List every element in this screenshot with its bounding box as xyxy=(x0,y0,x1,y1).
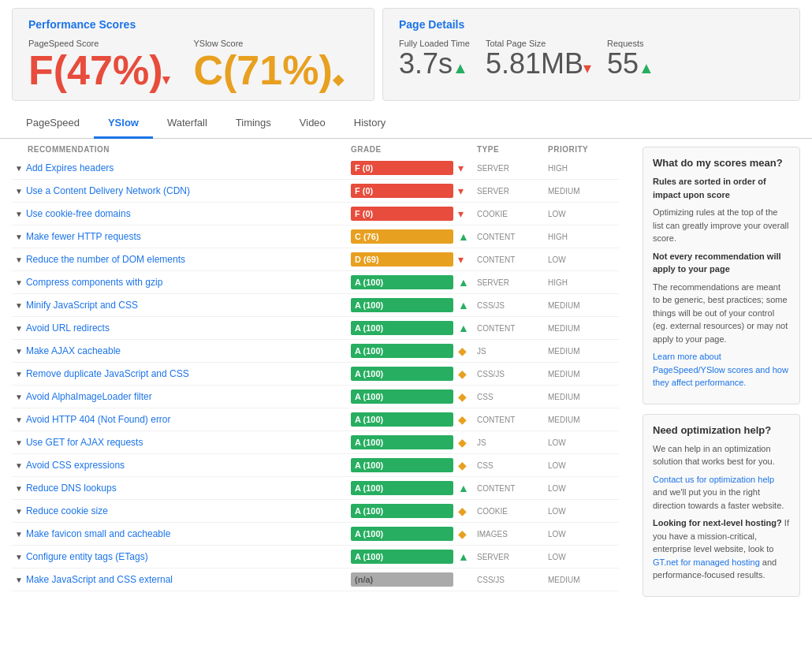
row-chevron[interactable]: ▼ xyxy=(15,301,23,310)
row-chevron[interactable]: ▼ xyxy=(15,576,23,584)
row-chevron[interactable]: ▼ xyxy=(15,461,23,470)
grade-cell: A (100)◆ xyxy=(351,504,477,518)
priority-cell: MEDIUM xyxy=(548,416,619,424)
priority-cell: LOW xyxy=(548,210,619,218)
need-box-bold3: Looking for next-level hosting? xyxy=(653,518,782,527)
rec-link[interactable]: Reduce the number of DOM elements xyxy=(26,254,185,265)
row-chevron[interactable]: ▼ xyxy=(15,484,23,493)
rec-link[interactable]: Minify JavaScript and CSS xyxy=(26,300,138,311)
rec-name-cell: ▼ Compress components with gzip xyxy=(12,277,351,288)
grade-arrow-icon: ◆ xyxy=(458,436,467,449)
rec-link[interactable]: Configure entity tags (ETags) xyxy=(26,551,148,562)
row-chevron[interactable]: ▼ xyxy=(15,553,23,561)
table-row: ▼ Avoid HTTP 404 (Not Found) errorA (100… xyxy=(12,408,619,431)
rec-link[interactable]: Reduce DNS lookups xyxy=(26,483,117,494)
tab-yslow[interactable]: YSlow xyxy=(94,109,153,139)
need-box: Need optimization help? We can help in a… xyxy=(643,414,800,597)
grade-bar: A (100) xyxy=(351,321,453,335)
type-cell: CSS xyxy=(477,461,548,470)
rec-name-cell: ▼ Use GET for AJAX requests xyxy=(12,437,351,448)
row-chevron[interactable]: ▼ xyxy=(15,210,23,218)
row-chevron[interactable]: ▼ xyxy=(15,278,23,287)
grade-bar: A (100) xyxy=(351,458,453,472)
what-box-link-anchor[interactable]: Learn more about PageSpeed/YSlow scores … xyxy=(653,352,788,387)
tab-pagespeed[interactable]: PageSpeed xyxy=(12,109,94,139)
rec-link[interactable]: Avoid CSS expressions xyxy=(26,460,125,471)
rec-link[interactable]: Use a Content Delivery Network (CDN) xyxy=(26,185,190,196)
contact-link[interactable]: Contact us for optimization help xyxy=(653,475,774,484)
page-details-title: Page Details xyxy=(399,18,784,31)
priority-cell: MEDIUM xyxy=(548,393,619,401)
grade-arrow-icon: ▲ xyxy=(458,276,469,289)
tab-video[interactable]: Video xyxy=(285,109,340,139)
row-chevron[interactable]: ▼ xyxy=(15,507,23,516)
row-chevron[interactable]: ▼ xyxy=(15,255,23,264)
grade-arrow-icon: ▾ xyxy=(458,253,464,266)
gtnet-link[interactable]: GT.net for managed hosting xyxy=(653,557,760,567)
row-chevron[interactable]: ▼ xyxy=(15,324,23,333)
table-row: ▼ Avoid AlphaImageLoader filterA (100)◆C… xyxy=(12,386,619,408)
tab-timings[interactable]: Timings xyxy=(222,109,285,139)
grade-cell: F (0)▾ xyxy=(351,207,477,221)
table-row: ▼ Minify JavaScript and CSSA (100)▲CSS/J… xyxy=(12,294,619,317)
type-cell: SERVER xyxy=(477,278,548,287)
grade-arrow-icon: ◆ xyxy=(458,527,467,540)
row-chevron[interactable]: ▼ xyxy=(15,233,23,241)
grade-arrow-icon: ▲ xyxy=(458,230,469,243)
row-chevron[interactable]: ▼ xyxy=(15,164,23,173)
table-row: ▼ Make favicon small and cacheableA (100… xyxy=(12,523,619,546)
tab-waterfall[interactable]: Waterfall xyxy=(153,109,222,139)
row-chevron[interactable]: ▼ xyxy=(15,347,23,356)
priority-cell: LOW xyxy=(548,438,619,447)
type-cell: CSS/JS xyxy=(477,370,548,378)
type-cell: COOKIE xyxy=(477,210,548,218)
rec-link[interactable]: Compress components with gzip xyxy=(26,277,162,288)
row-chevron[interactable]: ▼ xyxy=(15,187,23,196)
type-cell: CONTENT xyxy=(477,416,548,424)
table-row: ▼ Compress components with gzipA (100)▲S… xyxy=(12,271,619,294)
grade-cell: A (100)◆ xyxy=(351,412,477,427)
rec-name-cell: ▼ Make favicon small and cacheable xyxy=(12,528,351,539)
table-row: ▼ Avoid URL redirectsA (100)▲CONTENTMEDI… xyxy=(12,317,619,340)
rec-name-cell: ▼ Avoid AlphaImageLoader filter xyxy=(12,391,351,402)
grade-bar: F (0) xyxy=(351,184,453,198)
rec-link[interactable]: Make AJAX cacheable xyxy=(26,345,121,356)
type-cell: CSS/JS xyxy=(477,301,548,310)
rec-link[interactable]: Remove duplicate JavaScript and CSS xyxy=(26,368,189,379)
row-chevron[interactable]: ▼ xyxy=(15,438,23,447)
priority-cell: LOW xyxy=(548,553,619,561)
table-header: Recommendation Grade Type Priority xyxy=(12,139,619,157)
tab-history[interactable]: History xyxy=(340,109,400,139)
rec-link[interactable]: Use cookie-free domains xyxy=(26,208,131,219)
table-row: ▼ Avoid CSS expressionsA (100)◆CSSLOW xyxy=(12,454,619,477)
grade-arrow-icon: ▾ xyxy=(458,185,464,197)
priority-cell: LOW xyxy=(548,255,619,264)
priority-cell: LOW xyxy=(548,530,619,539)
row-chevron[interactable]: ▼ xyxy=(15,416,23,424)
grade-arrow-icon: ◆ xyxy=(458,459,467,472)
need-box-text2: and we'll put you in the right direction… xyxy=(653,487,784,510)
table-row: ▼ Add Expires headersF (0)▾SERVERHIGH xyxy=(12,157,619,180)
row-chevron[interactable]: ▼ xyxy=(15,393,23,401)
rec-link[interactable]: Make fewer HTTP requests xyxy=(26,231,141,242)
rec-link[interactable]: Make favicon small and cacheable xyxy=(26,528,170,539)
rec-link[interactable]: Use GET for AJAX requests xyxy=(26,437,143,448)
rec-link[interactable]: Avoid HTTP 404 (Not Found) error xyxy=(26,414,171,425)
row-chevron[interactable]: ▼ xyxy=(15,370,23,378)
grade-arrow-icon: ▲ xyxy=(458,299,469,311)
rec-link[interactable]: Add Expires headers xyxy=(26,162,114,173)
yslow-score: YSlow Score C(71%)◆ xyxy=(193,39,343,91)
rec-link[interactable]: Make JavaScript and CSS external xyxy=(26,574,173,585)
priority-cell: MEDIUM xyxy=(548,370,619,378)
total-size-value: 5.81MB▾ xyxy=(486,50,591,78)
what-box-text2: The recommendations are meant to be gene… xyxy=(653,281,790,346)
rec-link[interactable]: Avoid URL redirects xyxy=(26,322,110,334)
table-row: ▼ Configure entity tags (ETags)A (100)▲S… xyxy=(12,546,619,568)
row-chevron[interactable]: ▼ xyxy=(15,530,23,539)
rec-link[interactable]: Avoid AlphaImageLoader filter xyxy=(26,391,152,402)
rec-name-cell: ▼ Reduce cookie size xyxy=(12,505,351,516)
type-cell: CSS xyxy=(477,393,548,401)
rec-name-cell: ▼ Add Expires headers xyxy=(12,162,351,173)
rec-link[interactable]: Reduce cookie size xyxy=(26,505,108,516)
recommendations-table: ▼ Add Expires headersF (0)▾SERVERHIGH▼ U… xyxy=(12,157,619,591)
